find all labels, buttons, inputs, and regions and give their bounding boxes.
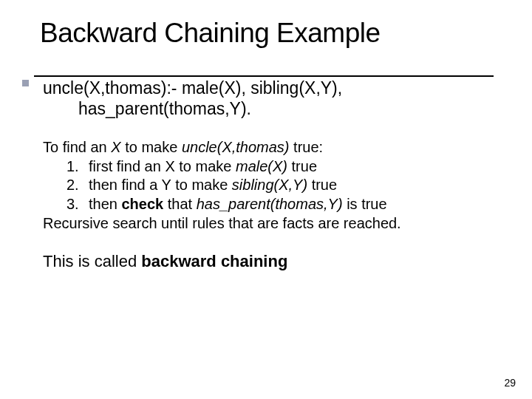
closing-line: This is called backward chaining [43,252,501,271]
closing-strong: backward chaining [141,252,287,270]
item-pre: then find a Y to make [89,177,232,193]
item-pre: first find an X to make [89,158,236,174]
list-item: 2.then find a Y to make sibling(X,Y) tru… [66,176,501,195]
intro-call: uncle(X,thomas) [182,139,293,155]
item-number: 3. [66,195,89,214]
clause-line-2: has_parent(thomas,Y). [78,99,501,120]
item-pre: then [89,196,121,212]
item-call: has_parent(thomas,Y) [197,196,347,212]
intro-variable: X [111,139,125,155]
item-post: true [292,158,317,174]
closing-pre: This is called [43,252,141,270]
title-underline [34,75,494,77]
page-number: 29 [504,377,516,389]
recursive-line: Recursive search until rules that are fa… [43,214,501,233]
item-call: sibling(X,Y) [232,177,312,193]
item-mid: that [163,196,196,212]
item-call: male(X) [236,158,292,174]
item-number: 1. [66,157,89,177]
item-post: true [312,177,337,193]
intro-mid: to make [125,139,182,155]
intro-line: To find an X to make uncle(X,thomas) tru… [43,138,501,157]
list-item: 3.then check that has_parent(thomas,Y) i… [66,195,501,214]
steps-list: 1.first find an X to make male(X) true 2… [66,157,501,214]
list-item: 1.first find an X to make male(X) true [66,157,501,177]
prolog-clause: uncle(X,thomas):- male(X), sibling(X,Y),… [43,78,501,119]
bullet-square-icon [22,80,29,86]
intro-pre: To find an [43,139,111,155]
clause-line-1: uncle(X,thomas):- male(X), sibling(X,Y), [43,78,342,98]
item-number: 2. [66,176,89,195]
item-strong: check [121,196,163,212]
slide-title: Backward Chaining Example [40,18,501,49]
body-text: To find an X to make uncle(X,thomas) tru… [43,138,501,233]
item-post: is true [347,196,386,212]
intro-post: true: [293,139,323,155]
